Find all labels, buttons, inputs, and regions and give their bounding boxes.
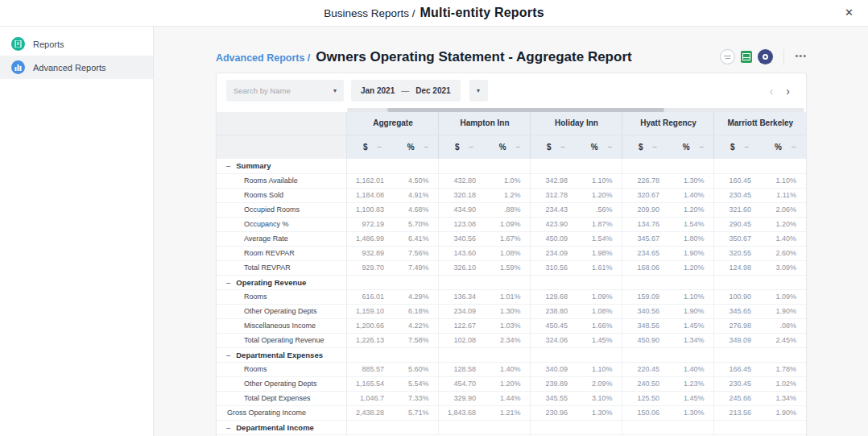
cell-value-percent: 1.66% — [581, 318, 622, 333]
scrollbar-thumb[interactable] — [387, 108, 664, 112]
search-dropdown-icon[interactable]: ▾ — [333, 87, 337, 94]
next-page-button[interactable]: › — [786, 85, 790, 97]
cell-value-dollar — [531, 159, 581, 173]
sort-icon[interactable]: – — [653, 143, 657, 151]
row-label-text: Total Dept Expenses — [244, 394, 311, 402]
breadcrumb-link[interactable]: Advanced Reports / — [216, 52, 310, 64]
sort-icon[interactable]: – — [792, 143, 796, 151]
cell-value-dollar: 234.65 — [622, 246, 672, 260]
subheader-percent-hyatt-regency[interactable]: %– — [672, 135, 714, 159]
column-header-hyatt-regency[interactable]: Hyatt Regency — [622, 112, 714, 135]
close-icon[interactable]: ✕ — [845, 6, 854, 19]
subheader-dollar-aggregate[interactable]: $– — [347, 135, 397, 159]
sort-icon[interactable]: – — [516, 143, 520, 151]
cell-value-percent: 1.10% — [764, 173, 806, 188]
cell-value-percent — [672, 159, 714, 173]
sort-icon[interactable]: – — [377, 143, 381, 151]
row-label: Rooms — [217, 289, 347, 304]
subheader-percent-marriott-berkeley[interactable]: %– — [764, 135, 806, 159]
sort-icon[interactable]: – — [745, 143, 749, 151]
date-range-picker[interactable]: Jan 2021 — Dec 2021 — [351, 80, 461, 102]
cell-value-percent: 1.34% — [672, 333, 714, 347]
search-box[interactable]: ▾ — [226, 80, 344, 102]
cell-value-percent — [397, 420, 439, 434]
sort-icon[interactable]: – — [561, 143, 565, 151]
sidebar-item-advanced-reports[interactable]: Advanced Reports — [0, 56, 153, 79]
cell-value-dollar: 100.90 — [714, 289, 764, 304]
more-menu-button[interactable]: ••• — [795, 51, 807, 64]
cell-value-percent: 1.01% — [489, 289, 531, 304]
breadcrumb: Advanced Reports / Owners Operating Stat… — [216, 49, 632, 65]
page-title: Owners Operating Statement - Aggregate R… — [316, 49, 631, 65]
cell-value-percent: 5.54% — [397, 376, 439, 391]
row-label: –Departmental Expenses — [217, 347, 347, 362]
cell-value-percent: 1.34% — [764, 391, 806, 405]
cell-value-percent — [581, 159, 622, 173]
cell-value-dollar: 348.56 — [622, 318, 672, 333]
collapse-icon[interactable]: – — [226, 278, 230, 287]
cell-value-dollar: 1,162.01 — [347, 173, 397, 188]
cell-value-dollar: 1,486.99 — [347, 231, 397, 246]
cell-value-dollar — [714, 347, 764, 362]
cell-value-dollar — [531, 275, 581, 289]
cell-value-percent: 1.40% — [672, 362, 714, 376]
cell-value-percent: 2.34% — [489, 333, 531, 347]
cell-value-percent: 1.08% — [489, 246, 531, 260]
sort-icon[interactable]: – — [608, 143, 612, 151]
subheader-percent-aggregate[interactable]: %– — [397, 135, 439, 159]
cell-value-percent: 2.06% — [764, 202, 806, 217]
cell-value-percent: 1.09% — [581, 289, 622, 304]
cell-value-percent: 1.87% — [581, 217, 622, 231]
cell-value-dollar — [622, 275, 672, 289]
collapse-icon[interactable]: – — [226, 351, 230, 359]
cell-value-percent: 7.49% — [397, 260, 439, 275]
sort-icon[interactable]: – — [424, 143, 428, 151]
sidebar-item-reports[interactable]: Reports — [0, 32, 153, 56]
dollar-symbol: $ — [455, 143, 460, 152]
cell-value-percent: 1.40% — [672, 188, 714, 202]
reports-icon — [11, 37, 25, 51]
subheader-percent-hampton-inn[interactable]: %– — [489, 135, 531, 159]
cell-value-dollar: 1,184.08 — [347, 188, 397, 202]
horizontal-scrollbar[interactable] — [217, 108, 806, 112]
row-label-text: Departmental Expenses — [236, 351, 323, 359]
prev-page-button[interactable]: ‹ — [770, 85, 774, 97]
sort-icon[interactable]: – — [700, 143, 704, 151]
collapse-icon[interactable]: – — [226, 423, 230, 432]
cell-value-percent: 1.44% — [489, 391, 531, 405]
cell-value-dollar — [347, 159, 397, 173]
column-header-holiday-inn[interactable]: Holiday Inn — [531, 112, 622, 135]
subheader-dollar-hyatt-regency[interactable]: $– — [622, 135, 672, 159]
cell-value-percent: 1.03% — [489, 318, 531, 333]
export-icon[interactable] — [720, 49, 735, 64]
column-header-hampton-inn[interactable]: Hampton Inn — [439, 112, 531, 135]
table-row: Gross Operating Income2,438.285.71%1,843… — [217, 405, 806, 420]
sort-icon[interactable]: – — [469, 143, 473, 151]
date-dropdown-button[interactable]: ▾ — [469, 80, 488, 102]
row-label: –Departmental Income — [217, 420, 347, 434]
row-label: Total Operating Revenue — [217, 333, 347, 347]
excel-export-icon[interactable] — [741, 51, 752, 63]
cell-value-percent — [672, 275, 714, 289]
cell-value-dollar: 276.98 — [714, 318, 764, 333]
search-input[interactable] — [234, 86, 322, 95]
cell-value-percent: 1.02% — [764, 376, 806, 391]
pagination: ‹ › — [770, 85, 796, 97]
column-header-aggregate[interactable]: Aggregate — [347, 112, 439, 135]
subheader-dollar-marriott-berkeley[interactable]: $– — [714, 135, 764, 159]
subheader-dollar-holiday-inn[interactable]: $– — [531, 135, 581, 159]
cell-value-dollar: 320.67 — [622, 188, 672, 202]
date-from: Jan 2021 — [361, 86, 395, 95]
cell-value-dollar — [622, 159, 672, 173]
subheader-percent-holiday-inn[interactable]: %– — [581, 135, 622, 159]
cell-value-dollar: 213.56 — [714, 405, 764, 420]
settings-icon[interactable] — [758, 49, 773, 64]
column-header-marriott-berkeley[interactable]: Marriott Berkeley — [714, 112, 806, 135]
report-table: AggregateHampton InnHoliday InnHyatt Reg… — [217, 112, 806, 435]
cell-value-dollar — [347, 420, 397, 434]
scrollbar-track[interactable] — [347, 108, 804, 112]
cell-value-dollar: 123.08 — [439, 217, 489, 231]
cell-value-dollar: 450.45 — [531, 318, 581, 333]
subheader-dollar-hampton-inn[interactable]: $– — [439, 135, 489, 159]
collapse-icon[interactable]: – — [226, 161, 230, 170]
